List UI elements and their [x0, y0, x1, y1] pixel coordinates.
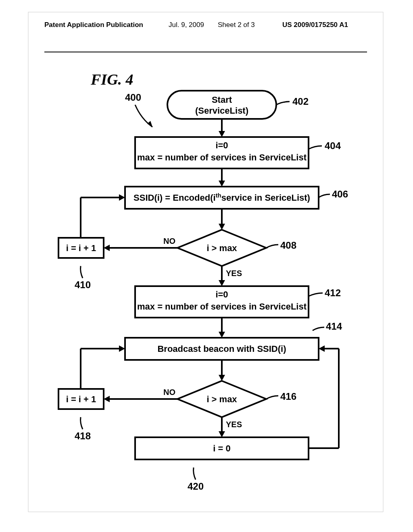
block-418: i = i + 1 — [58, 389, 104, 409]
svg-text:i = i + 1: i = i + 1 — [66, 394, 96, 404]
page-root: Patent Application Publication Jul. 9, 2… — [0, 0, 413, 532]
svg-text:i > max: i > max — [206, 243, 237, 253]
svg-marker-11 — [219, 224, 225, 230]
block-404: i=0 max = number of services in ServiceL… — [135, 137, 309, 168]
svg-text:i = i + 1: i = i + 1 — [66, 243, 96, 253]
block-410: i = i + 1 — [58, 238, 104, 258]
ref-414: 414 — [326, 321, 342, 332]
svg-marker-20 — [119, 194, 125, 201]
lead-402 — [276, 102, 290, 105]
svg-text:SSID(i) = Encoded(ithservice i: SSID(i) = Encoded(ithservice in SericeLi… — [133, 192, 310, 203]
ref-400: 400 — [125, 92, 141, 103]
label-no-2: NO — [163, 388, 175, 397]
svg-marker-40 — [119, 345, 125, 352]
svg-text:(ServiceList): (ServiceList) — [195, 106, 248, 116]
block-414: Broadcast beacon with SSID(i) — [125, 338, 319, 360]
svg-marker-35 — [104, 396, 110, 402]
ref-402: 402 — [292, 96, 309, 107]
svg-marker-2 — [219, 131, 225, 137]
ref-420: 420 — [188, 481, 204, 492]
svg-text:Start: Start — [212, 95, 232, 105]
ref-412: 412 — [325, 287, 341, 298]
decision-408: i > max — [177, 230, 266, 266]
svg-text:max = number of services in Se: max = number of services in ServiceList — [137, 152, 307, 162]
svg-marker-15 — [104, 245, 110, 251]
svg-text:i=0: i=0 — [215, 289, 228, 299]
ref-410: 410 — [75, 279, 91, 290]
svg-marker-22 — [219, 280, 225, 286]
flowchart-svg: FIG. 4 400 Start (ServiceList) 402 i=0 m… — [0, 0, 413, 532]
svg-text:i=0: i=0 — [215, 140, 228, 150]
svg-text:i = 0: i = 0 — [213, 443, 230, 453]
ref-418: 418 — [75, 430, 91, 441]
figure-title: FIG. 4 — [90, 71, 133, 88]
ref-406: 406 — [332, 189, 348, 200]
ref-416: 416 — [280, 391, 296, 402]
svg-marker-48 — [319, 345, 325, 352]
block-406: SSID(i) = Encoded(ithservice in SericeLi… — [125, 187, 319, 209]
label-yes-2: YES — [226, 420, 242, 429]
svg-marker-7 — [219, 181, 225, 187]
ref-400-arrowhead — [147, 121, 152, 127]
svg-text:Broadcast beacon with SSID(i): Broadcast beacon with SSID(i) — [157, 344, 286, 354]
decision-416: i > max — [177, 381, 266, 417]
svg-text:i > max: i > max — [206, 394, 237, 404]
label-yes-1: YES — [226, 269, 242, 278]
ref-408: 408 — [280, 240, 296, 251]
block-412: i=0 max = number of services in ServiceL… — [135, 286, 309, 318]
block-420: i = 0 — [135, 437, 309, 459]
svg-text:max = number of services in Se: max = number of services in ServiceList — [137, 301, 307, 312]
svg-marker-27 — [219, 332, 225, 338]
svg-marker-31 — [219, 375, 225, 381]
svg-marker-42 — [219, 431, 225, 437]
start-block: Start (ServiceList) — [167, 91, 276, 119]
label-no-1: NO — [163, 237, 175, 245]
ref-404: 404 — [325, 140, 341, 151]
